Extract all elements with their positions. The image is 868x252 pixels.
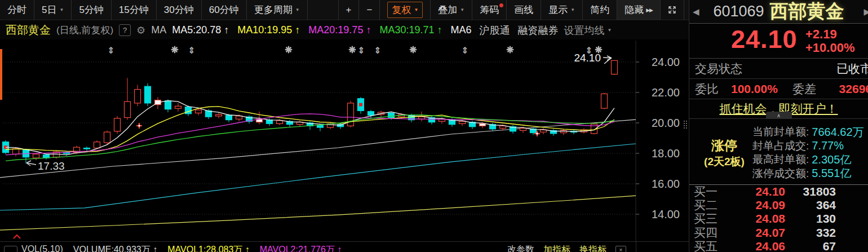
chevron-down-icon: ▼ [608,28,612,33]
svg-text:⇕: ⇕ [461,46,468,55]
volume-value: VOLUME:40,933万 ↑ [73,244,157,252]
svg-text:24.00: 24.00 [652,56,680,68]
toolbar: 分时5日▼5分钟15分钟30分钟60分钟更多周期▼ +−复权▼叠加▼筹码画线显示… [0,0,689,20]
last-price: 24.10 [731,25,798,54]
svg-text:⇕: ⇕ [357,46,365,55]
svg-text:17.33: 17.33 [38,160,65,172]
volume-help-icon[interactable] [4,246,17,252]
bid-row-5[interactable]: 买五24.0667 [689,240,868,252]
collapse-tab[interactable]: ∧ [766,112,792,119]
toolbar-tool-3[interactable]: 叠加▼ [431,0,472,20]
limit-up-section: 涨停 (2天2板) 当前封单额:7664.62万封单占成交:7.77%最高封单额… [689,119,868,185]
candlestick-chart[interactable]: 24.0022.0020.0018.0016.0014.00⇕⇕⇕⇕⇕⇕17.3… [0,39,682,241]
bid-rows: 买一24.1031803买二24.09364买三24.08130买四24.073… [689,185,868,252]
toolbar-tools: +−复权▼叠加▼筹码画线显示▼简约隐藏▶▶ [338,0,684,20]
limit-stat-row-3: 涨停成交额:5.551亿 [752,167,868,180]
panel-drag-handle[interactable] [684,121,688,129]
ma-legend-item-1: MA10:19.95 ↑ [237,24,300,36]
price-change: +2.19 +10.00% [805,28,854,55]
toolbar-tool-8[interactable]: 隐藏▶▶ [617,0,661,20]
next-stock-icon[interactable]: ▶ [863,7,868,17]
axis-divider [636,242,636,252]
promo-row: 抓住机会，即刻开户！ ∧ [689,99,868,119]
svg-text:22.00: 22.00 [652,86,680,99]
left-edge-marker [0,49,2,100]
bid-row-2[interactable]: 买二24.09364 [689,198,868,212]
chart-header: 西部黄金 (日线,前复权) ? ⚙ MA MA5:20.78 ↑MA10:19.… [0,21,689,39]
svg-text:⇕: ⇕ [188,46,195,55]
bid-row-1[interactable]: 买一24.1031803 [689,185,868,198]
close-icon[interactable]: × [615,246,626,252]
weicha-label: 委差 [792,81,816,97]
toolbar-tool-2[interactable]: 复权▼ [380,0,431,20]
change-params-button[interactable]: 改参数 [507,244,534,252]
ma-legend-item-4: MA6 [450,24,471,36]
toolbar-tool-7[interactable]: 简约 [583,0,617,20]
limit-up-streak: (2天2板) [704,154,745,169]
quote-panel: ◀ 601069 西部黄金 ▶ 24.10 +2.19 +10.00% 交易状态… [689,0,868,252]
weicha-value: 32696 [839,82,868,96]
limit-up-badge: 涨停 (2天2板) [696,125,752,181]
toolbar-tool-6[interactable]: 显示▼ [541,0,583,20]
ma-legend-item-0: MA5:20.78 ↑ [172,24,229,36]
toolbar-tool-4[interactable]: 筹码 [472,0,507,20]
indicator-label[interactable]: MA [151,24,166,36]
chevron-up-icon: ∧ [777,113,781,118]
trade-status-label: 交易状态 [695,61,742,77]
toolbar-period-6[interactable]: 更多周期▼ [247,0,308,20]
prev-stock-icon[interactable]: ◀ [693,7,699,17]
ma-legend-item-3: MA30:19.71 ↑ [379,24,442,36]
svg-text:18.00: 18.00 [652,147,680,160]
svg-text:⇕: ⇕ [374,46,381,55]
stock-trading-app: 分时5日▼5分钟15分钟30分钟60分钟更多周期▼ +−复权▼叠加▼筹码画线显示… [0,0,868,252]
indicator-buttons: 改参数 加指标 换指标 × [507,244,626,252]
stock-name: 西部黄金 [770,0,844,24]
svg-text:14.00: 14.00 [652,208,680,220]
svg-text:⇕: ⇕ [107,46,114,55]
svg-text:24.10: 24.10 [574,52,601,64]
limit-up-tag: 涨停 [711,137,737,154]
ma-legend: MA5:20.78 ↑MA10:19.95 ↑MA20:19.75 ↑MA30:… [172,24,471,36]
ma-legend-item-2: MA20:19.75 ↑ [308,24,371,36]
switch-indicator-button[interactable]: 换指标 [579,244,606,252]
help-icon[interactable]: ? [119,24,131,36]
toolbar-tool-1[interactable]: − [359,0,380,20]
change-amount: +2.19 [805,28,854,41]
link-hugutong[interactable]: 沪股通 [480,24,510,37]
toolbar-period-3[interactable]: 15分钟 [112,0,157,20]
toolbar-tool-0[interactable]: + [338,0,360,20]
volume-pane-header: VOL(5,10) VOLUME:40,933万 ↑ MAVOL1:28,083… [0,241,689,252]
gear-icon[interactable]: ⚙ [136,24,145,37]
toolbar-period-0[interactable]: 分时 [0,0,34,20]
ma-settings-button[interactable]: 设置均线 ▼ [564,24,612,37]
limit-stat-row-0: 当前封单额:7664.62万 [752,125,868,139]
link-margin-trading[interactable]: 融资融券 [518,24,559,37]
toolbar-period-2[interactable]: 5分钟 [72,0,111,20]
chart-mode-label: (日线,前复权) [56,24,113,37]
price-block: 24.10 +2.19 +10.00% [689,24,868,59]
toolbar-spacer [308,0,338,20]
red-dot-badge [499,3,503,7]
vol-indicator-label: VOL(5,10) [21,244,63,252]
bid-row-4[interactable]: 买四24.07332 [689,226,868,240]
toolbar-periods: 分时5日▼5分钟15分钟30分钟60分钟更多周期▼ [0,0,308,20]
toolbar-period-1[interactable]: 5日▼ [34,0,72,20]
limit-stat-row-1: 封单占成交:7.77% [752,139,868,153]
toolbar-period-5[interactable]: 60分钟 [202,0,247,20]
mavol2-value: MAVOL2:21,776万 ↑ [260,244,342,252]
svg-text:16.00: 16.00 [652,178,680,190]
quote-header: ◀ 601069 西部黄金 ▶ [689,0,868,24]
trade-status-value: 已收市 [836,61,868,77]
svg-text:20.00: 20.00 [652,117,680,129]
fullscreen-icon[interactable] [661,0,684,20]
add-indicator-button[interactable]: 加指标 [543,244,570,252]
ma-settings-label: 设置均线 [564,24,605,37]
bid-row-3[interactable]: 买三24.08130 [689,212,868,226]
chart-stock-name: 西部黄金 [6,23,51,38]
stock-code: 601069 [713,3,764,20]
weibi-value: 100.00% [731,82,778,96]
weibi-label: 委比 [695,81,719,97]
change-percent: +10.00% [805,41,854,55]
toolbar-period-4[interactable]: 30分钟 [157,0,202,20]
toolbar-tool-5[interactable]: 画线 [507,0,541,20]
